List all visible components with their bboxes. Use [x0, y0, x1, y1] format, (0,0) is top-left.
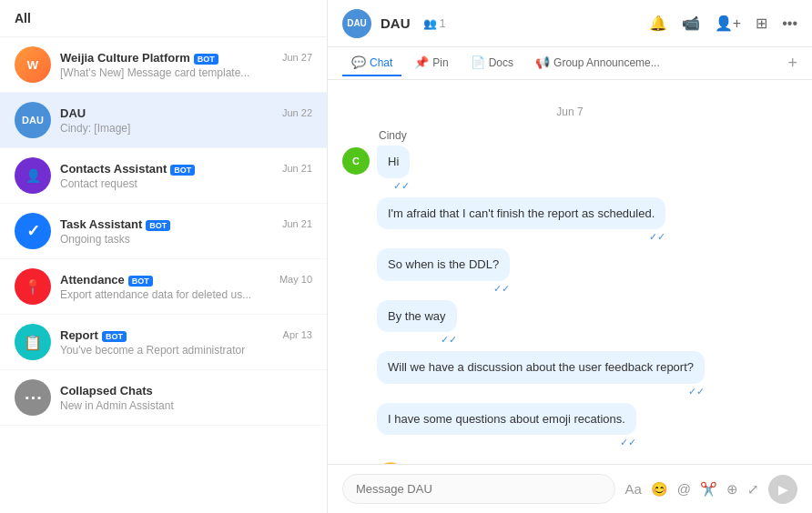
sidebar: All W Weijia Culture PlatformBOT Jun 27 … — [0, 0, 328, 513]
tab-chat[interactable]: 💬 Chat — [342, 50, 401, 76]
message-bubble-4: By the way — [377, 300, 457, 333]
avatar-weijia: W — [15, 46, 51, 83]
message-row-6: I have some questions about emoji recati… — [342, 403, 797, 449]
add-user-icon[interactable]: 👤+ — [715, 15, 741, 32]
message-bubble-3: So when is the DDL? — [377, 248, 510, 281]
message-bubble-6: I have some questions about emoji recati… — [377, 403, 636, 436]
font-size-icon[interactable]: Aa — [624, 481, 641, 497]
bot-badge: BOT — [170, 165, 195, 176]
chat-preview-dau: Cindy: [Image] — [60, 122, 312, 135]
emoji-icon[interactable]: 😊 — [651, 481, 668, 498]
clip-icon[interactable]: ✂️ — [700, 481, 717, 498]
chat-date-report: Apr 13 — [283, 329, 312, 340]
msg-status-1: ✓✓ — [377, 180, 410, 192]
avatar-dau: DAU — [15, 102, 51, 138]
message-row-2: I'm afraid that I can't finish the repor… — [342, 197, 797, 244]
message-row-3: So when is the DDL? ✓✓ — [342, 248, 797, 295]
chat-info-attendance: AttendanceBOT May 10 Export attendance d… — [60, 273, 312, 301]
search-icon[interactable]: 🔔 — [649, 15, 667, 32]
chat-item-attendance[interactable]: 📍 AttendanceBOT May 10 Export attendance… — [0, 259, 327, 315]
chat-header: DAU DAU 👥 1 🔔 📹 👤+ ⊞ ••• — [328, 0, 812, 47]
tab-pin[interactable]: 📌 Pin — [405, 50, 457, 76]
chat-name-dau: DAU — [60, 106, 86, 120]
sender-name: Cindy — [379, 129, 797, 142]
message-bubble-2: I'm afraid that I can't finish the repor… — [377, 197, 665, 230]
bot-badge: BOT — [102, 331, 127, 342]
date-divider-jun7: Jun 7 — [342, 106, 797, 118]
chat-item-task[interactable]: ✓ Task AssistantBOT Jun 21 Ongoing tasks — [0, 204, 327, 259]
sidebar-header: All — [0, 0, 327, 37]
avatar-report: 📋 — [15, 324, 51, 360]
chat-name-report: ReportBOT — [60, 328, 127, 342]
message-input[interactable] — [342, 474, 615, 504]
chat-header-avatar: DAU — [342, 9, 371, 38]
chat-item-collapsed[interactable]: ⋯ Collapsed Chats New in Admin Assistant — [0, 370, 327, 426]
msg-status-3: ✓✓ — [377, 283, 510, 295]
send-button[interactable]: ▶ — [768, 475, 797, 504]
chat-preview-report: You've become a Report administrator — [60, 344, 312, 357]
chat-name-attendance: AttendanceBOT — [60, 273, 153, 287]
input-icons: Aa 😊 @ ✂️ ⊕ ⤢ — [624, 481, 759, 498]
chat-item-weijia[interactable]: W Weijia Culture PlatformBOT Jun 27 [Wha… — [0, 37, 327, 93]
chat-name-task: Task AssistantBOT — [60, 217, 170, 231]
chat-info-task: Task AssistantBOT Jun 21 Ongoing tasks — [60, 217, 312, 246]
msg-status-2: ✓✓ — [377, 231, 665, 243]
bot-badge: BOT — [128, 276, 153, 287]
bot-badge: BOT — [146, 220, 170, 231]
chat-date-contacts: Jun 21 — [282, 163, 312, 174]
chat-date-weijia: Jun 27 — [282, 52, 312, 63]
tab-docs[interactable]: 📄 Docs — [462, 50, 523, 76]
expand-icon[interactable]: ⤢ — [747, 481, 759, 498]
chat-title: DAU — [381, 15, 411, 31]
tab-group-announcement[interactable]: 📢 Group Announceme... — [526, 50, 669, 76]
video-icon[interactable]: 📹 — [682, 15, 700, 32]
messages-area: Jun 7 Cindy C Hi ✓✓ I'm afraid that I ca… — [328, 80, 812, 464]
cindy-avatar: C — [342, 147, 370, 175]
chat-area: DAU DAU 👥 1 🔔 📹 👤+ ⊞ ••• 💬 Chat 📌 Pin 📄 … — [328, 0, 812, 513]
message-row-5: Will we have a discussion about the user… — [342, 351, 797, 397]
chat-date-attendance: May 10 — [279, 274, 312, 285]
message-row-7: 😊 ✓✓ — [342, 454, 797, 464]
bot-badge: BOT — [194, 54, 218, 65]
chat-preview-contacts: Contact request — [60, 177, 312, 190]
chat-info-weijia: Weijia Culture PlatformBOT Jun 27 [What'… — [60, 51, 312, 79]
avatar-collapsed: ⋯ — [15, 379, 51, 416]
message-input-area: Aa 😊 @ ✂️ ⊕ ⤢ ▶ — [328, 464, 812, 513]
avatar-contacts: 👤 — [15, 157, 51, 194]
add-icon[interactable]: ⊕ — [726, 481, 738, 498]
chat-name-collapsed: Collapsed Chats — [60, 384, 153, 397]
message-bubble-5: Will we have a discussion about the user… — [377, 351, 705, 384]
chat-info-report: ReportBOT Apr 13 You've become a Report … — [60, 328, 312, 357]
layout-icon[interactable]: ⊞ — [756, 15, 767, 32]
chat-preview-weijia: [What's New] Message card template... — [60, 66, 312, 79]
avatar-task: ✓ — [15, 213, 51, 249]
chat-preview-collapsed: New in Admin Assistant — [60, 399, 312, 412]
chat-info-collapsed: Collapsed Chats New in Admin Assistant — [60, 384, 312, 412]
chat-date-task: Jun 21 — [282, 218, 312, 229]
chat-item-dau[interactable]: DAU DAU Jun 22 Cindy: [Image] — [0, 93, 327, 148]
message-bubble-1: Hi — [377, 146, 410, 178]
message-bubble-7: 😊 — [377, 454, 404, 464]
mention-icon[interactable]: @ — [677, 481, 691, 497]
msg-status-4: ✓✓ — [377, 334, 457, 346]
chat-name-contacts: Contacts AssistantBOT — [60, 162, 195, 176]
chat-info-contacts: Contacts AssistantBOT Jun 21 Contact req… — [60, 162, 312, 190]
tab-add-button[interactable]: + — [787, 54, 797, 73]
message-row-1: C Hi ✓✓ — [342, 146, 797, 192]
chat-item-contacts[interactable]: 👤 Contacts AssistantBOT Jun 21 Contact r… — [0, 148, 327, 204]
chat-subtitle: 👥 1 — [423, 17, 446, 30]
msg-status-6: ✓✓ — [377, 437, 636, 448]
chat-date-dau: Jun 22 — [282, 107, 312, 118]
chat-list: W Weijia Culture PlatformBOT Jun 27 [Wha… — [0, 37, 327, 513]
chat-item-report[interactable]: 📋 ReportBOT Apr 13 You've become a Repor… — [0, 315, 327, 370]
chat-name-weijia: Weijia Culture PlatformBOT — [60, 51, 218, 65]
chat-tabs: 💬 Chat 📌 Pin 📄 Docs 📢 Group Announceme..… — [328, 47, 812, 80]
chat-preview-attendance: Export attendance data for deleted us... — [60, 288, 312, 301]
chat-preview-task: Ongoing tasks — [60, 233, 312, 246]
avatar-attendance: 📍 — [15, 268, 51, 305]
header-actions: 🔔 📹 👤+ ⊞ ••• — [649, 15, 797, 32]
message-row-4: By the way ✓✓ — [342, 300, 797, 347]
chat-info-dau: DAU Jun 22 Cindy: [Image] — [60, 106, 312, 135]
cindy-message-group: Cindy C Hi ✓✓ I'm afraid that I can't fi… — [342, 129, 797, 464]
more-icon[interactable]: ••• — [782, 15, 797, 32]
